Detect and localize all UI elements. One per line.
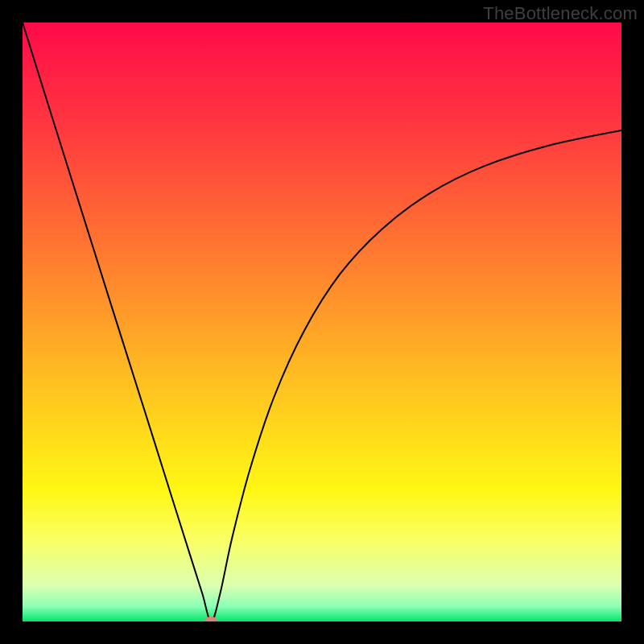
optimal-point-marker	[204, 617, 217, 621]
bottleneck-curve	[23, 23, 621, 621]
plot-area	[23, 23, 621, 621]
watermark-text: TheBottleneck.com	[483, 3, 638, 24]
chart-frame	[23, 23, 621, 621]
